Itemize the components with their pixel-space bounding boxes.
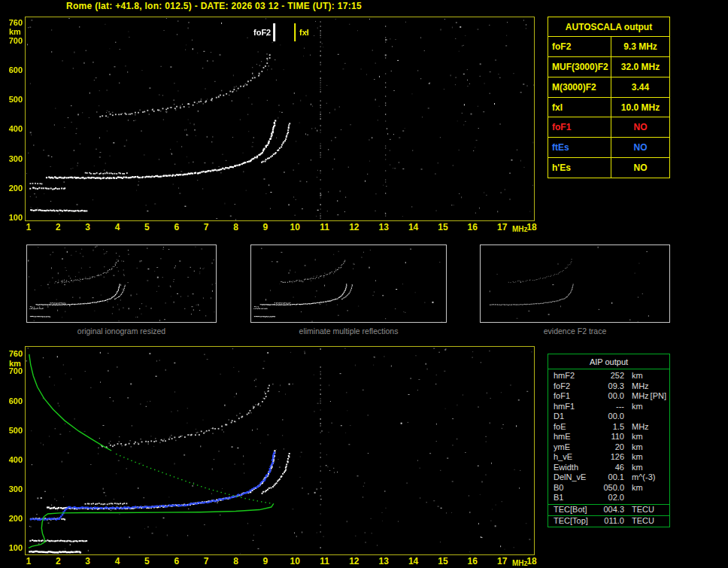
x-axis-tick: 8 bbox=[227, 223, 244, 232]
x-axis-tick: 2 bbox=[50, 557, 66, 566]
x-axis-tick: 10 bbox=[287, 557, 303, 566]
autoscala-param-value: 3.44 bbox=[611, 77, 669, 97]
x-axis-tick: 6 bbox=[168, 223, 185, 232]
aip-row-hmF1: hmF1---km bbox=[548, 402, 669, 412]
thumbnail-evidence-f2 bbox=[480, 245, 670, 323]
aip-param-value: 004.3 bbox=[597, 505, 624, 515]
x-axis-tick: 5 bbox=[138, 557, 155, 566]
autoscala-param-label: foF2 bbox=[548, 37, 611, 56]
fof2-marker-label: foF2 bbox=[253, 28, 271, 37]
x-axis-tick: 13 bbox=[375, 557, 392, 566]
aip-param-name: D1 bbox=[554, 412, 597, 422]
aip-table-title: AIP output bbox=[548, 354, 669, 369]
aip-row-foE: foE1.5MHz bbox=[548, 422, 669, 433]
autoscala-row-h'Es: h'EsNO bbox=[548, 158, 669, 178]
aip-param-flag: [PN] bbox=[651, 391, 666, 402]
autoscala-param-value: 32.0 MHz bbox=[611, 57, 669, 77]
aip-param-value: 110 bbox=[597, 432, 624, 442]
aip-row-DelN_vE: DelN_vE00.1m^(-3) bbox=[548, 472, 669, 483]
aip-param-unit: m^(-3) bbox=[632, 472, 655, 483]
x-axis-tick: 12 bbox=[346, 557, 362, 566]
x-axis-tick: 10 bbox=[287, 223, 303, 232]
autoscala-row-foF1: foF1NO bbox=[548, 117, 669, 138]
aip-param-unit: km bbox=[632, 463, 643, 473]
thumbnail-caption-evidence: evidence F2 trace bbox=[480, 327, 670, 336]
aip-row-Ewidth: Ewidth46km bbox=[548, 463, 669, 473]
thumbnail-caption-original: original ionogram resized bbox=[26, 327, 217, 336]
bottom-ionogram-plot bbox=[25, 346, 535, 555]
aip-param-value: 00.0 bbox=[597, 412, 624, 422]
aip-param-unit: MHz bbox=[632, 381, 649, 392]
aip-row-TEC[Bot]: TEC[Bot]004.3TECU bbox=[548, 505, 669, 515]
autoscala-row-M(3000)F2: M(3000)F23.44 bbox=[548, 77, 669, 98]
y-axis-tick: 100 bbox=[2, 543, 23, 552]
y-axis-tick: 500 bbox=[2, 426, 23, 435]
y-axis-tick: 300 bbox=[2, 154, 23, 163]
aip-param-unit: TECU bbox=[632, 516, 654, 527]
x-axis-tick: 15 bbox=[435, 223, 451, 232]
thumbnail-eliminate-reflections bbox=[250, 245, 447, 323]
x-axis-tick: 6 bbox=[168, 557, 185, 566]
aip-row-hmE: hmE110km bbox=[548, 432, 669, 442]
autoscala-row-foF2: foF29.3 MHz bbox=[548, 37, 669, 57]
autoscala-param-label: fxI bbox=[548, 98, 611, 117]
aip-param-unit: km bbox=[632, 483, 643, 494]
aip-param-name: h_vE bbox=[554, 452, 597, 463]
autoscala-param-value: 9.3 MHz bbox=[611, 37, 669, 56]
aip-row-foF2: foF209.3MHz bbox=[548, 381, 669, 392]
autoscala-row-ftEs: ftEsNO bbox=[548, 138, 669, 158]
bottom-ionogram-canvas bbox=[26, 347, 534, 554]
aip-param-value: 00.0 bbox=[597, 391, 624, 402]
autoscala-param-label: foF1 bbox=[548, 117, 611, 137]
y-axis-tick: 200 bbox=[2, 184, 23, 193]
aip-param-name: DelN_vE bbox=[554, 472, 597, 483]
x-axis-tick: 4 bbox=[109, 223, 126, 232]
aip-param-value: 09.3 bbox=[597, 381, 624, 392]
aip-param-unit: km bbox=[632, 442, 643, 453]
aip-param-unit: km bbox=[632, 371, 643, 381]
autoscala-param-label: M(3000)F2 bbox=[548, 77, 611, 97]
y-axis-tick: 100 bbox=[2, 213, 23, 222]
aip-row-h_vE: h_vE126km bbox=[548, 452, 669, 463]
autoscala-table-rows: foF29.3 MHzMUF(3000)F232.0 MHzM(3000)F23… bbox=[548, 37, 669, 178]
aip-param-value: 011.0 bbox=[597, 516, 624, 527]
page-title: Rome (lat: +41.8, lon: 012.5) - DATE: 20… bbox=[66, 1, 362, 11]
thumbnail-caption-eliminate: eliminate multiple reflections bbox=[250, 327, 447, 336]
autoscala-param-value: NO bbox=[611, 158, 669, 178]
aip-row-B0: B0050.0km bbox=[548, 483, 669, 494]
y-axis-tick: 700 bbox=[2, 36, 23, 45]
x-axis-tick: 1 bbox=[20, 557, 37, 566]
y-axis-tick: 760 bbox=[2, 18, 23, 27]
aip-param-value: 20 bbox=[597, 442, 624, 453]
aip-row-TEC[Top]: TEC[Top]011.0TECU bbox=[548, 516, 669, 527]
aip-row-B1: B102.0 bbox=[548, 493, 669, 503]
top-ionogram-plot bbox=[25, 17, 535, 221]
y-axis-tick: 200 bbox=[2, 514, 23, 523]
x-axis-tick: 16 bbox=[464, 223, 481, 232]
x-axis-tick: 12 bbox=[346, 223, 362, 232]
aip-param-value: 252 bbox=[597, 371, 624, 381]
thumbnail-eliminate-canvas bbox=[251, 245, 446, 322]
y-axis-tick: 400 bbox=[2, 124, 23, 133]
aip-row-foF1: foF100.0MHz[PN] bbox=[548, 391, 669, 402]
y-axis-tick: 700 bbox=[2, 366, 23, 375]
x-axis-tick: 11 bbox=[317, 557, 333, 566]
x-axis-tick: 5 bbox=[138, 223, 155, 232]
y-axis-tick: 600 bbox=[2, 65, 23, 74]
x-axis-tick: 2 bbox=[50, 223, 66, 232]
aip-param-name: foF2 bbox=[554, 381, 597, 392]
aip-row-hmF2: hmF2252km bbox=[548, 371, 669, 381]
aip-param-value: 050.0 bbox=[597, 483, 624, 494]
aip-param-value: 1.5 bbox=[597, 422, 624, 433]
aip-param-value: 126 bbox=[597, 452, 624, 463]
x-axis-tick: 7 bbox=[198, 223, 214, 232]
x-axis-tick: 18 bbox=[523, 223, 540, 232]
x-axis-tick: 3 bbox=[80, 223, 96, 232]
autoscala-param-label: MUF(3000)F2 bbox=[548, 57, 611, 77]
aip-param-name: B0 bbox=[554, 483, 597, 494]
x-axis-tick: 9 bbox=[257, 223, 274, 232]
x-axis-tick: 16 bbox=[464, 557, 481, 566]
x-axis-tick: 7 bbox=[198, 557, 214, 566]
top-ionogram-canvas bbox=[26, 17, 534, 220]
aip-param-value: --- bbox=[597, 402, 624, 412]
